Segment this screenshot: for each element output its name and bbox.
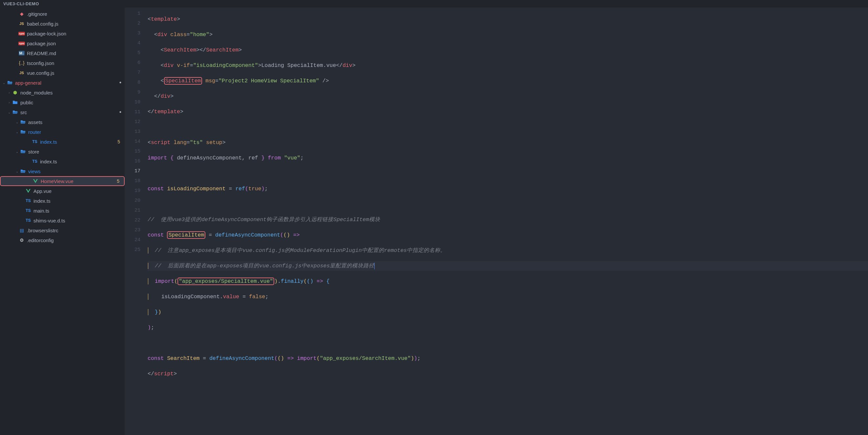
file-label: index.ts [40, 139, 118, 145]
tree-item[interactable]: npmpackage.json [0, 38, 125, 48]
js-icon: JS [19, 71, 25, 75]
tree-item[interactable]: App.vue [0, 186, 125, 196]
tree-item[interactable]: TSshims-vue.d.ts [0, 216, 125, 225]
tree-item[interactable]: {..}tsconfig.json [0, 58, 125, 68]
tree-item[interactable]: TSindex.ts [0, 196, 125, 206]
json-icon: {..} [19, 60, 25, 66]
file-label: views [28, 168, 121, 174]
chevron-icon[interactable]: ⌄ [14, 130, 20, 134]
folder-open-icon [6, 81, 13, 85]
js-icon: JS [19, 22, 25, 26]
chevron-icon[interactable]: ⌄ [14, 169, 20, 173]
folder-open-icon [20, 149, 26, 154]
file-label: index.ts [33, 198, 121, 204]
tree-item[interactable]: ⌄app-general• [0, 78, 125, 88]
tree-item[interactable]: ⚙.editorconfig [0, 235, 125, 245]
main-layout: ◆.gitignoreJSbabel.config.jsnpmpackage-l… [0, 7, 868, 435]
folder-open-icon [20, 169, 26, 174]
modified-dot-icon: • [119, 80, 121, 86]
tree-item[interactable]: JSbabel.config.js [0, 19, 125, 29]
ts-icon: TS [31, 159, 38, 164]
file-label: package-lock.json [27, 31, 121, 36]
chevron-icon[interactable]: ⌄ [14, 120, 20, 124]
tree-item[interactable]: JSvue.config.js [0, 68, 125, 78]
file-label: shims-vue.d.ts [33, 218, 121, 223]
file-label: index.ts [40, 159, 121, 164]
text-cursor [374, 263, 375, 269]
tree-item[interactable]: ⌄store [0, 147, 125, 156]
chevron-icon[interactable]: ⌄ [14, 150, 20, 154]
file-label: public [20, 100, 121, 105]
markdown-icon: M↓ [19, 51, 25, 56]
file-label: App.vue [33, 188, 121, 194]
tree-item[interactable]: npmpackage-lock.json [0, 29, 125, 38]
highlight-specialitem-tag: SpecialItem [164, 77, 203, 85]
file-label: vue.config.js [27, 70, 121, 76]
file-label: src [20, 110, 119, 115]
tree-item[interactable]: ▤.browserslistrc [0, 225, 125, 235]
problems-badge: 5 [117, 179, 121, 184]
tree-item[interactable]: ⌄src• [0, 107, 125, 117]
browserslist-icon: ▤ [19, 228, 25, 233]
file-label: HomeView.vue [41, 179, 117, 184]
tree-item[interactable]: ›public [0, 97, 125, 107]
file-label: .browserslistrc [27, 228, 121, 233]
highlight-import-path: "app_exposes/SpecialItem.vue" [178, 278, 274, 285]
file-label: store [28, 149, 121, 155]
folder-open-icon [20, 120, 26, 124]
vue-icon [32, 179, 39, 183]
tree-item[interactable]: ⌄router [0, 127, 125, 137]
folder-open-icon [12, 110, 19, 115]
ts-icon: TS [25, 198, 31, 203]
ts-icon: TS [25, 218, 31, 223]
file-label: app-general [15, 80, 119, 86]
file-label: node_modules [20, 90, 121, 95]
ts-icon: TS [25, 208, 31, 213]
folder-icon [12, 100, 19, 105]
chevron-icon[interactable]: ⌄ [1, 81, 6, 85]
file-label: .gitignore [27, 11, 121, 17]
tree-item[interactable]: ⌄views [0, 166, 125, 176]
tree-item[interactable]: ◆.gitignore [0, 9, 125, 19]
line-gutter: 12345678 910111213141516 171819202122232… [125, 7, 148, 435]
file-explorer[interactable]: ◆.gitignoreJSbabel.config.jsnpmpackage-l… [0, 7, 125, 435]
code-area[interactable]: <template> <div class="home"> <SearchIte… [148, 7, 868, 435]
tree-item[interactable]: TSindex.ts [0, 156, 125, 166]
file-label: README.md [27, 51, 121, 56]
problems-badge: 5 [118, 139, 121, 144]
editorconfig-icon: ⚙ [19, 238, 25, 243]
file-label: package.json [27, 41, 121, 46]
chevron-icon[interactable]: › [6, 101, 12, 104]
modified-dot-icon: • [119, 109, 121, 116]
title-bar: VUE3-CLI-DEMO [0, 0, 868, 7]
folder-open-icon [20, 130, 26, 134]
chevron-icon[interactable]: › [6, 91, 12, 94]
file-label: tsconfig.json [27, 60, 121, 66]
highlight-specialitem-var: SpecialItem [167, 231, 205, 239]
git-icon: ◆ [19, 11, 25, 17]
file-label: router [28, 129, 121, 135]
chevron-icon[interactable]: ⌄ [6, 111, 12, 114]
tree-item[interactable]: HomeView.vue5 [0, 176, 125, 186]
file-label: babel.config.js [27, 21, 121, 27]
npm-icon: npm [19, 32, 25, 35]
tree-item[interactable]: TSmain.ts [0, 206, 125, 216]
npm-icon: npm [19, 42, 25, 45]
code-editor[interactable]: 12345678 910111213141516 171819202122232… [125, 7, 868, 435]
file-label: assets [28, 119, 121, 125]
ts-icon: TS [31, 139, 38, 144]
tree-item[interactable]: ⌄assets [0, 117, 125, 127]
tree-item[interactable]: TSindex.ts5 [0, 137, 125, 147]
file-label: .editorconfig [27, 238, 121, 243]
tree-item[interactable]: M↓README.md [0, 48, 125, 58]
tree-item[interactable]: ›⬢node_modules [0, 88, 125, 97]
node-modules-icon: ⬢ [12, 90, 19, 95]
file-label: main.ts [33, 208, 121, 214]
vue-icon [25, 189, 31, 193]
